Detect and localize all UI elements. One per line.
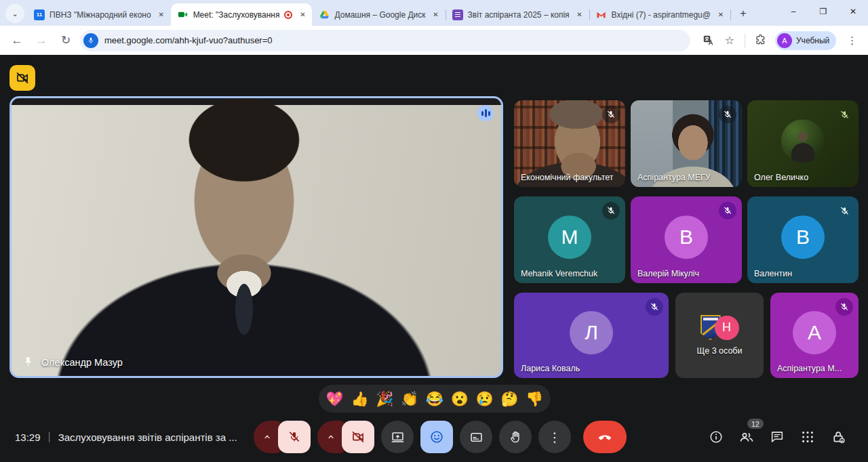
close-icon[interactable]: ✕ (574, 9, 585, 20)
participant-tile[interactable]: A Аспірантура М... (770, 293, 859, 378)
calendar-icon: 11 (34, 9, 45, 20)
forms-icon (452, 9, 463, 20)
host-controls-lock-icon[interactable] (830, 429, 846, 445)
participant-name: Mehanik Veremchuk (521, 269, 597, 278)
avatar: H (715, 316, 739, 340)
reactions-bar: 💖 👍 🎉 👏 😂 😮 😢 🤔 👎 (319, 385, 551, 413)
raise-hand-button[interactable] (499, 421, 532, 453)
minimize-button[interactable]: – (778, 0, 808, 23)
mic-permission-icon[interactable] (83, 33, 98, 48)
reaction-cry[interactable]: 😢 (475, 392, 493, 406)
bookmark-star-icon[interactable]: ☆ (723, 34, 736, 47)
mic-off-icon (835, 298, 853, 316)
people-icon[interactable]: 12 (738, 429, 755, 445)
reaction-laugh[interactable]: 😂 (426, 392, 443, 406)
address-bar[interactable]: meet.google.com/ahh-kjuf-vuo?authuser=0 (80, 30, 690, 51)
tab-calendar[interactable]: 11 ПВНЗ "Міжнародний еконо ✕ (27, 3, 171, 26)
mic-off-button[interactable] (278, 421, 311, 453)
reload-button[interactable]: ↻ (56, 30, 76, 51)
reaction-heart[interactable]: 💖 (326, 392, 344, 406)
divider: | (48, 431, 51, 443)
close-window-button[interactable]: ✕ (838, 0, 868, 23)
reaction-thumbs-down[interactable]: 👎 (526, 392, 543, 406)
participant-tile[interactable]: Олег Величко (747, 100, 859, 187)
close-icon[interactable]: ✕ (431, 9, 441, 20)
activities-grid-icon[interactable] (800, 429, 816, 445)
reaction-surprise[interactable]: 😮 (451, 392, 469, 406)
camera-control (317, 421, 374, 453)
participant-name: Валентин (754, 269, 792, 278)
reaction-party[interactable]: 🎉 (376, 392, 393, 406)
url-text[interactable]: meet.google.com/ahh-kjuf-vuo?authuser=0 (104, 35, 273, 45)
close-icon[interactable]: ✕ (715, 9, 726, 20)
participant-name: Валерій Мікуліч (637, 269, 699, 278)
chat-icon[interactable] (769, 429, 785, 445)
tab-forms[interactable]: Звіт аспіранта 2025 – копія ✕ (446, 3, 589, 26)
recording-indicator-icon (284, 11, 292, 19)
participant-tile[interactable]: Л Лариса Коваль (514, 293, 669, 378)
profile-chip[interactable]: A Учебный (775, 31, 836, 50)
tab-gmail[interactable]: Вхідні (7) - aspirantmegu@ ✕ (589, 3, 730, 26)
toolbar-icons: ☆ A Учебный ⋮ (701, 31, 860, 50)
captions-button[interactable] (460, 421, 492, 453)
participant-name: Економічний факультет (521, 173, 613, 182)
profile-name: Учебный (796, 36, 829, 45)
more-people-tile[interactable]: H Ще 3 особи (675, 293, 764, 378)
tab-title: Вхідні (7) - aspirantmegu@ (612, 10, 711, 20)
reaction-clap[interactable]: 👏 (401, 392, 418, 406)
stacked-avatars: H (701, 315, 739, 340)
participant-tile[interactable]: Аспірантура МЕГУ (631, 100, 742, 187)
more-options-button[interactable]: ⋮ (538, 421, 571, 453)
restore-button[interactable]: ❐ (808, 0, 838, 23)
extensions-puzzle-icon[interactable] (753, 34, 767, 47)
main-video-tile[interactable]: Олександр Мазур (9, 96, 503, 378)
new-tab-button[interactable]: + (734, 5, 752, 22)
audio-level-icon (477, 105, 494, 121)
translate-icon[interactable] (701, 34, 715, 47)
camera-off-button[interactable] (342, 421, 374, 453)
mic-off-icon (719, 106, 736, 123)
participant-tile[interactable]: B Валерій Мікуліч (631, 196, 742, 283)
browser-menu-icon[interactable]: ⋮ (844, 35, 860, 47)
drive-icon (319, 9, 330, 20)
camera-options-chevron[interactable] (317, 421, 344, 453)
window-controls: – ❐ ✕ (778, 0, 868, 23)
participant-name: Аспірантура МЕГУ (637, 173, 711, 182)
participant-name: Лариса Коваль (521, 364, 580, 373)
participant-count-badge: 12 (747, 419, 764, 429)
reaction-thumbs-up[interactable]: 👍 (351, 392, 368, 406)
tab-meet-active[interactable]: Meet: "Заслуховування ✕ (171, 3, 313, 26)
meeting-details-info-icon[interactable] (708, 429, 724, 445)
tab-title: Домашня – Google Диск (334, 10, 425, 20)
avatar: Л (570, 311, 613, 354)
reaction-thinking[interactable]: 🤔 (500, 392, 518, 406)
mic-options-chevron[interactable] (254, 421, 281, 453)
mic-off-icon (602, 202, 620, 219)
avatar: A (777, 33, 792, 48)
speaker-name-chip: Олександр Мазур (22, 356, 123, 368)
end-call-button[interactable] (583, 421, 627, 453)
forward-button[interactable]: → (31, 30, 52, 51)
meeting-title: Заслуховування звітів аспірантів за ... (58, 432, 237, 443)
side-panel-icons: 12 (708, 429, 846, 445)
participant-tile[interactable]: Економічний факультет (514, 100, 625, 187)
avatar: A (793, 311, 836, 354)
participant-tile[interactable]: B Валентин (747, 196, 859, 283)
participant-tile[interactable]: M Mehanik Veremchuk (514, 196, 625, 283)
call-controls: ⋮ (254, 421, 627, 453)
close-icon[interactable]: ✕ (156, 9, 167, 20)
browser-titlebar: ⌄ 11 ПВНЗ "Міжнародний еконо ✕ Meet: "За… (0, 0, 868, 26)
more-people-label: Ще 3 особи (696, 346, 742, 356)
back-button[interactable]: ← (7, 30, 27, 51)
tab-drive[interactable]: Домашня – Google Диск ✕ (312, 3, 445, 26)
present-screen-button[interactable] (381, 421, 414, 453)
tab-title: ПВНЗ "Міжнародний еконо (50, 10, 151, 20)
pin-icon (22, 356, 34, 368)
avatar: B (781, 215, 825, 259)
tab-title: Звіт аспіранта 2025 – копія (468, 10, 570, 20)
reactions-toggle-button[interactable] (420, 421, 453, 453)
participant-name: Олег Величко (754, 173, 808, 182)
tab-search-button[interactable]: ⌄ (5, 4, 24, 23)
mic-off-icon (602, 106, 620, 123)
close-icon[interactable]: ✕ (297, 9, 308, 20)
